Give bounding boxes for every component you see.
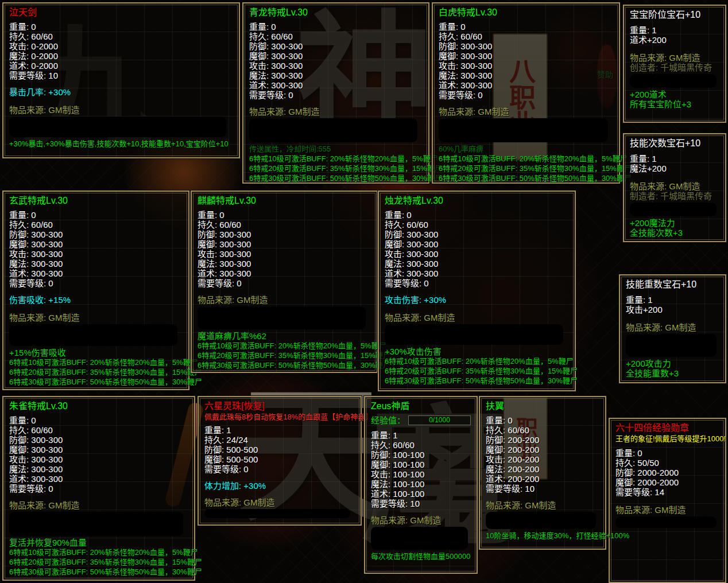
spacer bbox=[249, 100, 423, 107]
tooltip-line: 持久: 60/60 bbox=[249, 32, 423, 41]
item-lines: 重量: 1道术+200物品来源: GM制造创造者: 千城暗黑传奇+200道术所有… bbox=[630, 21, 719, 109]
tooltip-line: 需要等级: 0 bbox=[439, 90, 613, 100]
panel-zhuque-ring: 朱雀特戒Lv.30 重量: 0持久: 60/60防御: 300-300魔御: 3… bbox=[2, 396, 195, 581]
tooltip-line: 持久: 60/60 bbox=[439, 32, 613, 41]
tooltip-line: 需要等级: 10 bbox=[371, 499, 471, 508]
panel-qitianjian: 泣天剑 重量: 0持久: 60/60攻击: 0-2000魔法: 0-2000道术… bbox=[2, 2, 240, 158]
tooltip-line: 持久: 60/60 bbox=[371, 440, 471, 450]
tooltip-line: 物品来源: GM制造 bbox=[626, 322, 719, 332]
tooltip-line: 6特戒10级可激活BUFF: 20%斩杀怪物20%血量，5%鞭尸 bbox=[9, 357, 183, 367]
tooltip-line: 防御: 300-300 bbox=[439, 41, 613, 51]
experience-label: 经验值： bbox=[371, 415, 405, 425]
tooltip-line: 物品来源: GM制造 bbox=[9, 105, 233, 115]
redacted-text-blob bbox=[439, 118, 608, 142]
tooltip-line: 防御: 100-100 bbox=[371, 450, 471, 460]
panel-zeus-shield: Zeus神盾 经验值：0/1000重量: 1持久: 60/60防御: 100-1… bbox=[364, 396, 478, 574]
panel-qilin-ring: 麒麟特戒Lv.30 重量: 0持久: 60/60防御: 300-300魔御: 3… bbox=[191, 191, 378, 373]
spacer bbox=[9, 305, 183, 313]
item-title: 青龙特戒Lv.30 bbox=[249, 7, 423, 18]
tooltip-line: 魔御: 300-300 bbox=[249, 51, 423, 61]
tooltip-line: 重量: 1 bbox=[204, 425, 355, 435]
redacted-text-blob bbox=[204, 509, 350, 518]
tooltip-line: 重量: 0 bbox=[385, 210, 569, 220]
tooltip-line: 重量: 0 bbox=[198, 210, 371, 220]
tooltip-line: 重量: 0 bbox=[615, 448, 719, 458]
tooltip-line: 6特戒20级可激活BUFF: 35%斩杀怪物30%血量，15%鞭尸 bbox=[198, 351, 371, 360]
spacer bbox=[198, 288, 371, 295]
spacer bbox=[9, 80, 233, 87]
tooltip-line: 防御: 300-300 bbox=[9, 435, 188, 445]
tooltip-line: 需要等级: 10 bbox=[486, 484, 599, 493]
tooltip-line: 物品来源: GM制造 bbox=[630, 53, 719, 63]
tooltip-line: 重量: 1 bbox=[626, 295, 719, 305]
tooltip-line: 物品来源: GM制造 bbox=[198, 295, 371, 305]
panel-baihu-ring: 白虎特戒Lv.30 重量: 0持久: 60/60防御: 300-300魔御: 3… bbox=[432, 2, 620, 184]
experience-value: 0/1000 bbox=[429, 417, 450, 423]
item-title: Zeus神盾 bbox=[371, 401, 471, 412]
tooltip-line: 魔御: 200-200 bbox=[486, 445, 599, 454]
item-title: 白虎特戒Lv.30 bbox=[439, 7, 613, 18]
item-title: 朱雀特戒Lv.30 bbox=[9, 401, 188, 412]
tooltip-line: 道术: 300-300 bbox=[439, 80, 613, 90]
tooltip-line: 制造者: 千城暗黑传奇 bbox=[630, 191, 719, 201]
spacer bbox=[9, 97, 233, 105]
tooltip-line: 魔法: 300-300 bbox=[9, 259, 183, 269]
item-title: 烛龙特戒Lv.30 bbox=[385, 195, 569, 207]
tooltip-line: 魔法: 100-100 bbox=[371, 479, 471, 489]
tooltip-line: 物品来源: GM制造 bbox=[204, 498, 355, 507]
tooltip-line: 持久: 60/60 bbox=[198, 220, 371, 230]
panel-zhulong-ring: 烛龙特戒Lv.30 重量: 0持久: 60/60防御: 300-300魔御: 3… bbox=[378, 191, 576, 391]
tooltip-line: 6特戒20级可激活BUFF: 35%斩杀怪物30%血量，15%鞭尸 bbox=[439, 164, 613, 173]
tooltip-line: 防御: 2000-2000 bbox=[615, 468, 719, 477]
tooltip-line: 重量: 1 bbox=[630, 25, 719, 35]
tooltip-line: 重量: 0 bbox=[439, 22, 613, 32]
tooltip-line: 6特戒10级可激活BUFF: 20%斩杀怪物20%血量，5%鞭尸 bbox=[9, 547, 188, 557]
tooltip-line: +200攻击力 bbox=[626, 359, 719, 368]
item-title: 六星灵珠[恢复] bbox=[204, 401, 355, 412]
item-lines: 重量: 0持久: 60/60防御: 200-200魔御: 200-200攻击: … bbox=[486, 412, 599, 541]
item-title: 六十四倍经验勋章 bbox=[615, 422, 719, 434]
tooltip-line: 魔法: 0-2000 bbox=[9, 51, 233, 61]
tooltip-line: +200道术 bbox=[630, 90, 719, 99]
tooltip-line: 需要等级: 0 bbox=[204, 464, 355, 474]
tooltip-line: 魔御: 300-300 bbox=[9, 445, 188, 454]
tooltip-line: 重量: 0 bbox=[249, 22, 423, 32]
tooltip-line: 持久: 60/60 bbox=[9, 220, 183, 230]
spacer bbox=[630, 21, 719, 25]
item-lines: 重量: 0持久: 60/60防御: 300-300魔御: 300-300攻击: … bbox=[385, 207, 569, 386]
experience-bar: 经验值：0/1000 bbox=[371, 414, 471, 426]
tooltip-line: 魔法: 200-200 bbox=[486, 464, 599, 474]
panel-qinglong-ring: 青龙特戒Lv.30 重量: 0持久: 60/60防御: 300-300魔御: 3… bbox=[242, 2, 429, 184]
tooltip-line: +15%伤害吸收 bbox=[9, 348, 183, 357]
spacer bbox=[204, 474, 355, 481]
tooltip-line: 防御: 500-500 bbox=[204, 445, 355, 454]
tooltip-line: 体力增加: +30% bbox=[204, 481, 355, 491]
tooltip-line: 重量: 1 bbox=[371, 430, 471, 440]
tooltip-line: 物品来源: GM制造 bbox=[486, 500, 599, 510]
spacer bbox=[385, 305, 569, 313]
tooltip-line: 物品来源: GM制造 bbox=[9, 313, 183, 322]
tooltip-line: 魔法: 300-300 bbox=[385, 259, 569, 269]
spacer bbox=[626, 290, 719, 295]
tooltip-line: 魔法: 300-300 bbox=[9, 464, 188, 474]
tooltip-line: 持久: 60/60 bbox=[9, 32, 233, 41]
redacted-text-blob bbox=[9, 116, 226, 137]
redacted-text-blob bbox=[385, 324, 563, 345]
experience-progress: 0/1000 bbox=[408, 415, 471, 425]
tooltip-line: 魔御: 300-300 bbox=[198, 239, 371, 249]
tooltip-line: +200魔法力 bbox=[630, 218, 719, 228]
item-lines: 王者的象征!佩戴后等级提升1000!重量: 0持久: 50/50防御: 2000… bbox=[615, 434, 719, 528]
tooltip-line: 攻击+200 bbox=[626, 305, 719, 314]
tooltip-line: 道术+200 bbox=[630, 35, 719, 45]
tooltip-line: 需要等级: 10 bbox=[9, 71, 233, 80]
tooltip-line: 需要等级: 0 bbox=[385, 278, 569, 288]
item-title: 麒麟特戒Lv.30 bbox=[198, 195, 371, 207]
tooltip-line: 持久: 60/60 bbox=[486, 425, 599, 435]
spacer bbox=[371, 426, 471, 430]
item-lines: 佩戴此珠每8秒自动恢复18%的血跟蓝【护命神器】重量: 1持久: 24/24防御… bbox=[204, 412, 355, 518]
redacted-text-blob bbox=[630, 203, 717, 216]
panel-skill-weight-gem: 技能重数宝石+10 重量: 1攻击+200物品来源: GM制造+200攻击力全技… bbox=[619, 274, 726, 383]
tooltip-line: 持久: 60/60 bbox=[9, 425, 188, 435]
panel-skill-count-gem: 技能次数宝石+10 重量: 1魔法+200物品来源: GM制造制造者: 千城暗黑… bbox=[623, 133, 726, 242]
tooltip-line: 防御: 300-300 bbox=[249, 41, 423, 51]
